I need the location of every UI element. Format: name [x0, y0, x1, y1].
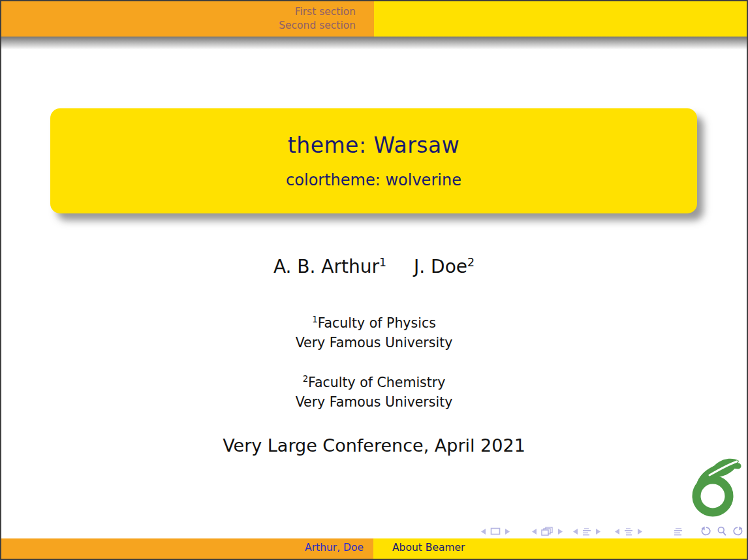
frame-nav-group [532, 527, 563, 537]
institute-2-department: 2Faculty of Chemistry [1, 369, 747, 392]
prev-frame-icon[interactable] [532, 529, 537, 535]
section-icon[interactable] [582, 527, 591, 536]
header-bar: First section Second section [1, 1, 747, 37]
institute-1-department: 1Faculty of Physics [1, 310, 747, 333]
institute-1: 1Faculty of Physics Very Famous Universi… [1, 310, 747, 352]
footer-authors: Arthur, Doe [1, 538, 373, 559]
navigation-bar [481, 524, 744, 538]
header-link-second-section[interactable]: Second section [1, 19, 356, 33]
header-shadow [1, 37, 747, 50]
appendix-nav-group [674, 527, 683, 536]
forward-icon[interactable] [732, 526, 744, 537]
back-icon[interactable] [700, 526, 712, 537]
header-section-area: First section Second section [1, 1, 374, 37]
footer-bar: Arthur, Doe About Beamer [1, 538, 747, 559]
author-1: A. B. Arthur1 [273, 256, 386, 277]
conference-date: Very Large Conference, April 2021 [1, 435, 747, 456]
search-icon[interactable] [717, 526, 727, 537]
institutes: 1Faculty of Physics Very Famous Universi… [1, 310, 747, 412]
institute-2: 2Faculty of Chemistry Very Famous Univer… [1, 369, 747, 412]
author-2: J. Doe2 [414, 256, 475, 277]
frame-group-icon[interactable] [541, 527, 553, 537]
subsection-nav-group [615, 527, 642, 536]
presentation-subtitle: colortheme: wolverine [286, 171, 461, 189]
subsection-icon[interactable] [624, 527, 633, 536]
section-nav-group [573, 527, 600, 536]
title-block: theme: Warsaw colortheme: wolverine [50, 108, 697, 213]
next-slide-icon[interactable] [505, 529, 510, 535]
prev-subsection-icon[interactable] [615, 529, 619, 535]
prev-slide-icon[interactable] [481, 529, 486, 535]
next-section-icon[interactable] [596, 529, 600, 535]
header-bar-right-segment [374, 1, 747, 37]
beamer-slide: First section Second section theme: Wars… [0, 0, 748, 560]
frame-icon[interactable] [490, 527, 501, 535]
next-frame-icon[interactable] [558, 529, 563, 535]
next-subsection-icon[interactable] [638, 529, 642, 535]
author-2-mark: 2 [467, 256, 475, 269]
leaf-ring-logo-icon [688, 457, 741, 521]
institute-1-university: Very Famous University [1, 333, 747, 352]
presentation-title: theme: Warsaw [288, 132, 460, 158]
authors-line: A. B. Arthur1J. Doe2 [1, 256, 747, 277]
slide-nav-group [481, 527, 510, 535]
header-link-first-section[interactable]: First section [1, 5, 356, 19]
author-1-mark: 1 [379, 256, 386, 269]
institute-2-university: Very Famous University [1, 392, 747, 412]
appendix-icon[interactable] [674, 527, 683, 536]
footer-title: About Beamer [373, 538, 747, 559]
prev-section-icon[interactable] [573, 529, 578, 535]
history-nav-group [700, 526, 744, 537]
